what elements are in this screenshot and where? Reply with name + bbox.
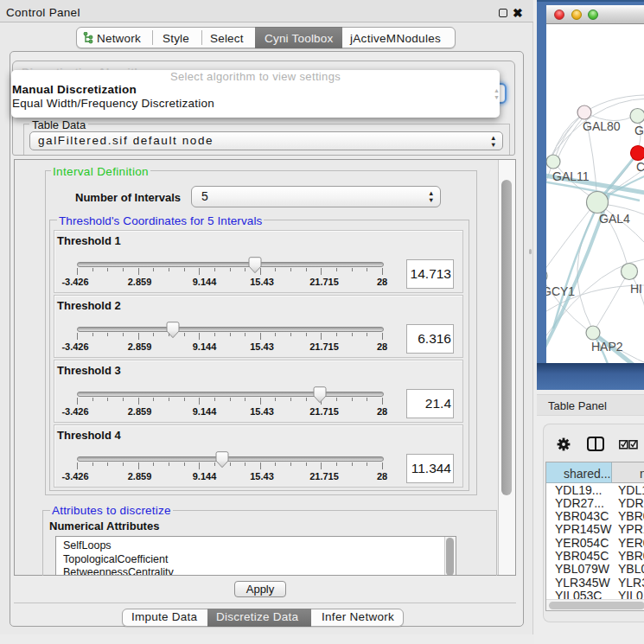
svg-text:GA: GA (634, 124, 644, 137)
svg-text:GAL4: GAL4 (599, 212, 630, 226)
svg-text:HAP2: HAP2 (591, 340, 623, 354)
svg-text:C: C (636, 160, 644, 174)
svg-text:GCY1: GCY1 (546, 284, 575, 298)
svg-text:GAL11: GAL11 (552, 169, 590, 183)
svg-text:GAL80: GAL80 (583, 119, 621, 133)
svg-text:HI: HI (630, 282, 642, 296)
